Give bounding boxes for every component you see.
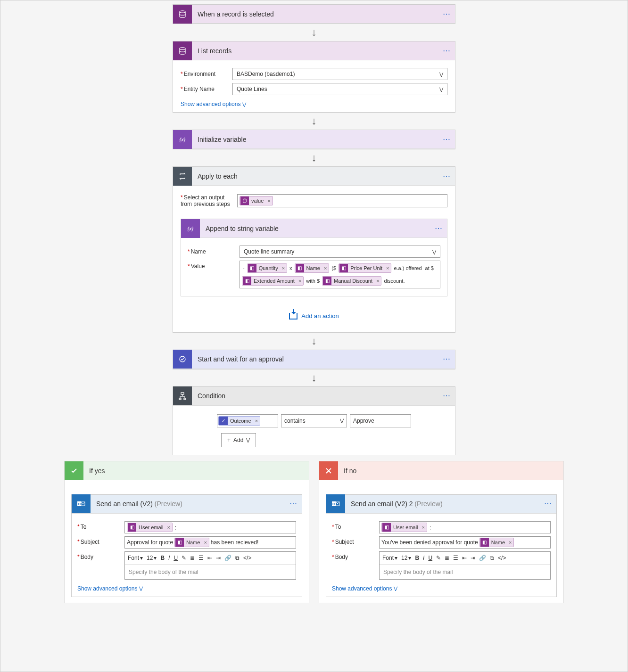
token-manual-discount[interactable]: ◧Manual Discount× [322,276,381,286]
to-label: To [332,521,379,533]
token-remove[interactable]: × [165,524,172,530]
token-remove[interactable]: × [202,540,208,545]
cond-right[interactable]: Approve [350,414,411,427]
body-label: Body [77,551,124,580]
outdent-button[interactable]: ⇤ [207,555,212,561]
svg-rect-8 [184,398,186,400]
token-price-per-unit[interactable]: ◧Price Per Unit× [339,263,391,273]
token-remove[interactable]: × [280,262,287,274]
approval-card[interactable]: Start and wait for an approval ··· [173,350,455,369]
chevron-down-icon: ⋁ [432,249,436,254]
env-select[interactable]: BASDemo (basdemo1) ⋁ [232,68,447,80]
add-condition-button[interactable]: +Add⋁ [221,433,256,447]
list-records-menu[interactable]: ··· [439,48,455,54]
token-value[interactable]: value × [240,196,273,205]
bullet-list-button[interactable]: ≣ [445,555,449,561]
apply-each-menu[interactable]: ··· [439,173,455,180]
token-remove[interactable]: × [384,262,391,274]
highlight-button[interactable]: ✎ [182,555,186,561]
append-menu[interactable]: ··· [431,225,447,232]
underline-button[interactable]: U [174,555,178,561]
body-input[interactable]: Font ▾ 12 ▾ B I U ✎ ≣ ☰ ⇤ ⇥ 🔗 [379,551,551,580]
underline-button[interactable]: U [428,555,432,561]
link-button[interactable]: 🔗 [224,555,231,561]
indent-button[interactable]: ⇥ [471,555,475,561]
append-value-input[interactable]: - ◧Quantity× x ◧Name× ($ ◧Price Per Unit… [240,261,440,288]
email-no-menu[interactable]: ··· [540,500,556,507]
subject-input[interactable]: Approval for quote ◧Name× has been recie… [124,536,296,549]
cond-left[interactable]: ✓Outcome× [217,414,278,427]
trigger-card[interactable]: When a record is selected ··· [173,4,455,24]
token-user-email[interactable]: ◧User email× [381,523,427,532]
font-select[interactable]: Font ▾ [382,555,397,561]
show-advanced-link[interactable]: Show advanced options⋁ [77,585,143,592]
add-action-link[interactable]: Add an action [289,312,339,320]
code-view-button[interactable]: </> [243,555,251,561]
highlight-button[interactable]: ✎ [436,555,441,561]
token-quantity[interactable]: ◧Quantity× [247,263,287,273]
bold-button[interactable]: B [415,555,419,561]
body-placeholder: Specify the body of the mail [125,565,296,579]
arrow-icon: ↓ [312,151,317,164]
token-name[interactable]: ◧Name× [295,263,330,273]
show-advanced-link[interactable]: Show advanced options⋁ [181,101,246,107]
to-input[interactable]: ◧User email× ; [379,521,551,533]
email-no-card[interactable]: O Send an email (V2) 2 (Preview) ··· To … [326,494,557,597]
bold-button[interactable]: B [160,555,165,561]
init-var-card[interactable]: {x} Initialize variable ··· [173,130,455,149]
token-name[interactable]: ◧Name× [479,538,514,547]
to-input[interactable]: ◧User email× ; [124,521,296,533]
text: with $ [305,275,321,287]
email-yes-card[interactable]: O Send an email (V2) (Preview) ··· To ◧U… [71,494,302,597]
token-user-email[interactable]: ◧User email× [127,523,173,532]
trigger-menu[interactable]: ··· [439,11,455,17]
token-remove[interactable]: × [253,418,260,424]
select-output-input[interactable]: value × [237,194,447,207]
append-card[interactable]: {x} Append to string variable ··· Name Q… [181,219,447,296]
link-button[interactable]: 🔗 [479,555,486,561]
entity-select[interactable]: Quote Lines ⋁ [232,83,447,95]
unlink-button[interactable]: ⧉ [235,555,240,561]
approval-menu[interactable]: ··· [439,356,455,362]
token-remove[interactable]: × [507,540,513,545]
unlink-button[interactable]: ⧉ [490,555,494,561]
init-var-menu[interactable]: ··· [439,136,455,143]
condition-menu[interactable]: ··· [439,393,455,399]
italic-button[interactable]: I [168,555,170,561]
token-remove[interactable]: × [297,275,303,287]
list-records-card[interactable]: List records ··· Environment BASDemo (ba… [173,41,455,113]
show-advanced-link[interactable]: Show advanced options⋁ [332,585,397,592]
outdent-button[interactable]: ⇤ [462,555,467,561]
token-remove[interactable]: × [374,275,381,287]
apply-each-card[interactable]: Apply to each ··· Select an output from … [173,166,455,333]
add-action-icon [289,313,297,320]
code-view-button[interactable]: </> [498,555,506,561]
append-name-select[interactable]: Quote line summary ⋁ [240,246,440,258]
cond-op[interactable]: contains⋁ [281,414,347,427]
token-remove[interactable]: × [265,198,272,204]
italic-button[interactable]: I [423,555,424,561]
number-list-button[interactable]: ☰ [198,555,204,561]
apply-each-title: Apply to each [192,172,439,180]
token-extended-amount[interactable]: ◧Extended Amount× [242,276,304,286]
arrow-icon: ↓ [312,371,317,385]
token-outcome[interactable]: ✓Outcome× [218,416,260,426]
chevron-down-icon: ⋁ [242,102,246,107]
number-list-button[interactable]: ☰ [453,555,458,561]
bullet-list-button[interactable]: ≣ [190,555,195,561]
approval-icon: ✓ [219,417,228,425]
token-name[interactable]: ◧Name× [174,538,209,547]
condition-card[interactable]: Condition ··· ✓Outcome× contains⋁ Approv… [173,386,455,455]
indent-button[interactable]: ⇥ [216,555,221,561]
subject-input[interactable]: You've been denied approval for quote ◧N… [379,536,551,549]
font-select[interactable]: Font ▾ [128,555,143,561]
database-icon: ◧ [480,538,489,547]
database-icon: ◧ [248,264,256,272]
token-remove[interactable]: × [322,262,329,274]
size-select[interactable]: 12 ▾ [401,555,411,561]
entity-value: Quote Lines [237,86,267,92]
body-input[interactable]: Font ▾ 12 ▾ B I U ✎ ≣ ☰ ⇤ ⇥ 🔗 [124,551,296,580]
size-select[interactable]: 12 ▾ [147,555,157,561]
token-remove[interactable]: × [420,524,427,530]
email-yes-menu[interactable]: ··· [286,500,302,507]
